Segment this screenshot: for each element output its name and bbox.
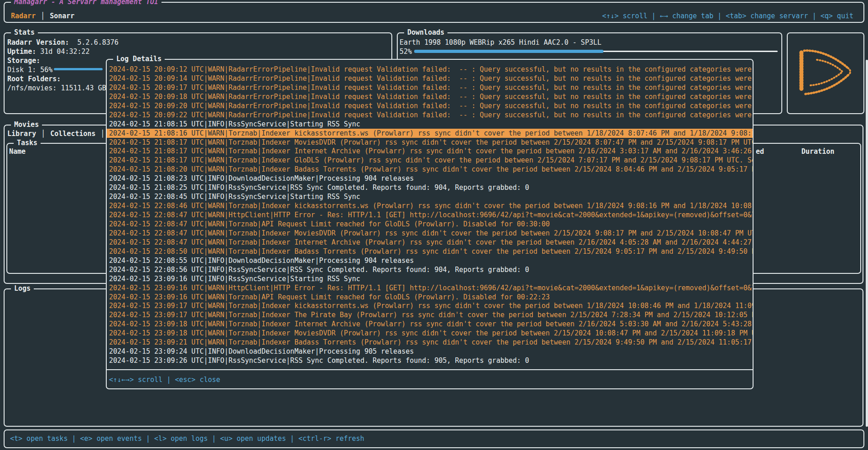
log-detail-line[interactable]: 2024-02-15 22:08:47 UTC|WARN|HttpClient|… xyxy=(107,210,753,220)
vertical-scrollbar[interactable] xyxy=(866,60,868,427)
bottom-bar-keybindings: <t> open tasks | <e> open events | <l> o… xyxy=(10,434,364,443)
title-bar: Managarr - A Servarr management TUI Rada… xyxy=(4,2,864,23)
log-detail-line[interactable]: 2024-02-15 20:09:17 UTC|WARN|RadarrError… xyxy=(107,83,753,92)
log-detail-line[interactable]: 2024-02-15 22:08:46 UTC|WARN|Torznab|Ind… xyxy=(107,201,753,210)
log-detail-line[interactable]: 2024-02-15 23:09:26 UTC|INFO|RssSyncServ… xyxy=(107,356,753,365)
log-detail-line[interactable]: 2024-02-15 23:09:18 UTC|WARN|Torznab|Ind… xyxy=(107,319,753,329)
log-detail-line[interactable]: 2024-02-15 20:09:18 UTC|WARN|RadarrError… xyxy=(107,92,753,101)
logs-panel-title: Logs xyxy=(11,284,34,293)
stats-disk-line: Disk 1: 56% xyxy=(7,65,52,74)
log-detail-line[interactable]: 2024-02-15 22:08:50 UTC|WARN|Torznab|Ind… xyxy=(107,247,753,256)
log-detail-line[interactable]: 2024-02-15 21:08:23 UTC|INFO|DownloadDec… xyxy=(107,174,753,183)
log-detail-line[interactable]: 2024-02-15 23:09:16 UTC|WARN|HttpClient|… xyxy=(107,283,753,293)
app-title: Managarr - A Servarr management TUI xyxy=(11,0,161,6)
stats-root-folders-label: Root Folders: xyxy=(7,74,61,84)
log-detail-line[interactable]: 2024-02-15 20:09:20 UTC|WARN|RadarrError… xyxy=(107,101,753,110)
log-detail-line[interactable]: 2024-02-15 22:08:47 UTC|WARN|Torznab|Ind… xyxy=(107,229,753,238)
stats-panel-title: Stats xyxy=(11,28,38,37)
stats-storage-label: Storage: xyxy=(7,56,40,65)
modal-keybindings: <↑↓←→> scroll | <esc> close xyxy=(109,375,220,384)
disk-usage-progress-bar xyxy=(54,68,103,70)
log-detail-line[interactable]: 2024-02-15 20:09:12 UTC|WARN|RadarrError… xyxy=(107,65,753,74)
stats-uptime-label: Uptime: xyxy=(7,47,36,56)
logo-panel xyxy=(787,32,864,114)
radarr-dotted-play-logo-icon xyxy=(791,46,860,100)
log-detail-line[interactable]: 2024-02-15 23:09:17 UTC|WARN|Torznab|Ind… xyxy=(107,301,753,310)
log-detail-line[interactable]: 2024-02-15 21:08:17 UTC|WARN|Torznab|Ind… xyxy=(107,156,753,165)
log-detail-line[interactable]: 2024-02-15 23:09:16 UTC|WARN|Torznab|API… xyxy=(107,293,753,302)
stats-uptime-value: 31d 04:32:22 xyxy=(36,47,89,56)
download-progress-fill xyxy=(414,50,603,53)
managarr-tui-screen: Managarr - A Servarr management TUI Rada… xyxy=(0,0,868,450)
stats-version-value: 5.2.6.8376 xyxy=(69,38,118,47)
bottom-bar: <t> open tasks | <e> open events | <l> o… xyxy=(4,429,864,448)
log-line[interactable]: 2024-02-15 23:09:26 UTC|INFO|RssSyncServ… xyxy=(5,403,862,412)
tasks-name-column-header: Name xyxy=(9,147,26,156)
log-detail-line[interactable]: 2024-02-15 22:08:47 UTC|WARN|Torznab|API… xyxy=(107,220,753,229)
modal-footer-divider xyxy=(107,369,753,370)
log-detail-line[interactable]: 2024-02-15 22:08:56 UTC|INFO|RssSyncServ… xyxy=(107,265,753,274)
tab-separator: │ xyxy=(36,11,50,21)
log-detail-line[interactable]: 2024-02-15 21:08:25 UTC|INFO|RssSyncServ… xyxy=(107,183,753,192)
log-details-title: Log Details xyxy=(113,54,165,63)
tasks-duration-column-header: Duration xyxy=(801,147,834,156)
log-details-modal: Log Details 2024-02-15 20:09:12 UTC|WARN… xyxy=(106,59,754,389)
download-item-title: Earth 1998 1080p WEBRip x265 Hindi AAC2.… xyxy=(400,38,774,47)
downloads-panel-title: Downloads xyxy=(404,28,447,37)
download-progress-bar xyxy=(414,50,778,53)
log-detail-line[interactable]: 2024-02-15 23:09:24 UTC|INFO|DownloadDec… xyxy=(107,347,753,356)
titlebar-keybindings: <↑↓> scroll | ←→ change tab | <tab> chan… xyxy=(602,11,853,21)
movies-tabs: Library │ Collections │ xyxy=(7,129,110,138)
tab-collections[interactable]: Collections xyxy=(50,129,95,138)
log-detail-line[interactable]: 2024-02-15 23:09:16 UTC|INFO|RssSyncServ… xyxy=(107,274,753,283)
movies-panel-title: Movies xyxy=(11,120,42,129)
tab-sonarr[interactable]: Sonarr xyxy=(50,11,74,21)
log-detail-line[interactable]: 2024-02-15 23:09:21 UTC|WARN|Torznab|Ind… xyxy=(107,338,753,347)
log-detail-line[interactable]: 2024-02-15 21:08:20 UTC|WARN|Torznab|Ind… xyxy=(107,165,753,174)
log-detail-line[interactable]: 2024-02-15 21:08:17 UTC|WARN|Torznab|Ind… xyxy=(107,138,753,147)
stats-uptime: Uptime: 31d 04:32:22 xyxy=(7,47,90,56)
log-detail-line[interactable]: 2024-02-15 20:09:14 UTC|WARN|RadarrError… xyxy=(107,74,753,83)
tasks-clipped-column-header: ed xyxy=(756,147,764,156)
tab-library[interactable]: Library xyxy=(7,129,36,138)
servarr-tabs: Radarr │ Sonarr xyxy=(11,11,74,21)
log-line[interactable]: 2024-02-15 23:09:24 UTC|INFO|DownloadDec… xyxy=(5,394,862,403)
log-detail-line[interactable]: 2024-02-15 22:08:45 UTC|INFO|RssSyncServ… xyxy=(107,192,753,201)
log-detail-line[interactable]: 2024-02-15 21:08:17 UTC|WARN|Torznab|Ind… xyxy=(107,147,753,156)
stats-version-label: Radarr Version: xyxy=(7,38,69,47)
movies-tab-separator: │ xyxy=(36,129,50,138)
log-detail-line[interactable]: 2024-02-15 23:09:17 UTC|WARN|Torznab|Ind… xyxy=(107,310,753,319)
log-detail-line[interactable]: 2024-02-15 20:09:22 UTC|WARN|RadarrError… xyxy=(107,110,753,120)
log-detail-line[interactable]: 2024-02-15 22:08:55 UTC|INFO|DownloadDec… xyxy=(107,256,753,265)
stats-version: Radarr Version: 5.2.6.8376 xyxy=(7,38,119,47)
tab-radarr[interactable]: Radarr xyxy=(11,11,36,21)
log-detail-line[interactable]: 2024-02-15 21:08:16 UTC|WARN|Torznab|Ind… xyxy=(107,129,753,138)
log-detail-line[interactable]: 2024-02-15 23:09:18 UTC|WARN|Torznab|Ind… xyxy=(107,329,753,338)
log-detail-line[interactable]: 2024-02-15 21:08:15 UTC|INFO|RssSyncServ… xyxy=(107,120,753,129)
tasks-panel-title: Tasks xyxy=(14,138,41,147)
log-detail-line[interactable]: 2024-02-15 22:08:47 UTC|WARN|Torznab|Ind… xyxy=(107,238,753,247)
stats-root-folder-line: /nfs/movies: 11511.43 GB xyxy=(7,84,106,93)
